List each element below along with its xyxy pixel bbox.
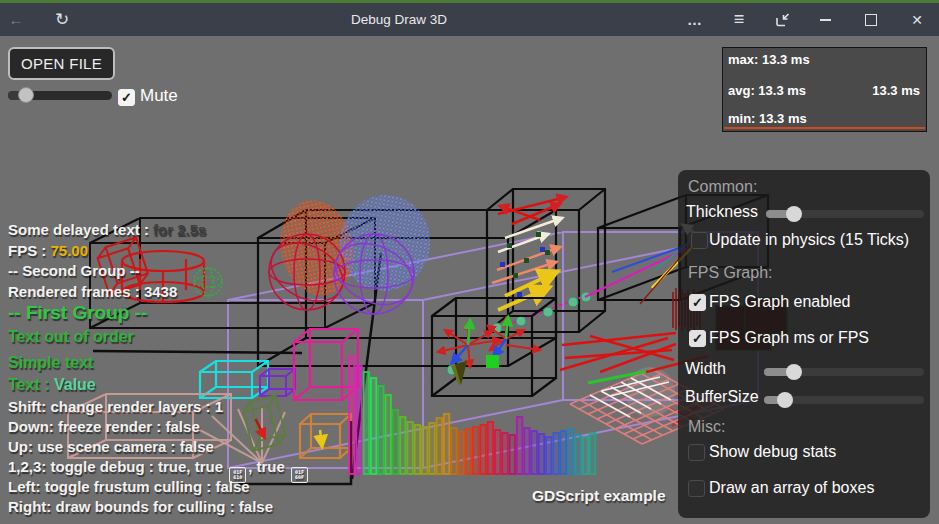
thickness-slider[interactable] (766, 210, 924, 218)
overlay-rendered-frames: Rendered frames : 3438 (8, 283, 177, 300)
overlay-text-value: Text : Value (8, 376, 96, 394)
pip-icon (775, 12, 791, 27)
fps-graph-line (724, 127, 925, 129)
yellow-arrow-small (320, 430, 322, 446)
back-icon: ← (9, 11, 24, 28)
pip-button[interactable] (767, 3, 799, 36)
overlay-right: Right: draw bounds for culling : false (8, 498, 273, 515)
wire-box-purple (260, 369, 295, 396)
fps-enabled-checkbox[interactable]: ✓ (689, 294, 706, 311)
minimize-icon (820, 19, 831, 21)
misc-header: Misc: (688, 418, 725, 436)
menu-icon: ≡ (734, 9, 745, 30)
cubes-darkgreen (507, 232, 550, 278)
spheres-seafoam (447, 292, 591, 375)
wire-box-spheres (258, 210, 556, 366)
gdscript-example-label: GDScript example (532, 487, 666, 505)
mute-label[interactable]: Mute (140, 86, 178, 106)
faint-sphere (625, 367, 675, 417)
boxes-checkbox[interactable]: ✓ (688, 480, 705, 497)
grid-white-lines (590, 377, 671, 417)
more-icon: … (687, 11, 703, 28)
green-square (486, 355, 499, 368)
wire-sphere-green-dotted (194, 268, 222, 296)
width-slider[interactable] (764, 368, 924, 376)
stats-checkbox[interactable]: ✓ (688, 444, 705, 461)
wire-box-cyan (200, 361, 268, 398)
fps-enabled-label[interactable]: FPS Graph enabled (709, 293, 850, 311)
minimize-button[interactable] (809, 3, 841, 36)
cubes-blue (500, 247, 545, 297)
physics-label[interactable]: Update in physics (15 Ticks) (709, 231, 909, 249)
maximize-icon (865, 14, 877, 26)
wire-sphere-purple (326, 232, 422, 317)
buffersize-slider-thumb[interactable] (777, 392, 793, 408)
more-button[interactable]: … (679, 3, 711, 36)
wire-box-gizmos (432, 298, 556, 396)
fps-ms-checkbox[interactable]: ✓ (689, 330, 706, 347)
maximize-button[interactable] (855, 3, 887, 36)
window-titlebar: ← ↻ Debug Draw 3D … ≡ ✕ (0, 3, 939, 36)
thickness-slider-thumb[interactable] (786, 206, 802, 222)
green-line (588, 371, 648, 383)
gizmo-arrows-1 (438, 320, 500, 367)
buffersize-label: BufferSize (685, 388, 759, 406)
overlay-simple-text: Simple text (8, 354, 93, 372)
point-cloud-orange (272, 194, 362, 303)
width-label: Width (685, 360, 726, 378)
arrows-red (498, 197, 566, 224)
buffersize-slider[interactable] (764, 396, 924, 404)
overlay-fps: FPS : 75.00 (8, 242, 88, 259)
back-button[interactable]: ← (0, 3, 32, 36)
missing-glyph-icon: 01F60F (291, 467, 308, 483)
wire-box-olive (242, 396, 288, 451)
width-slider-thumb[interactable] (786, 364, 802, 380)
mute-checkbox[interactable]: ✓ (118, 89, 135, 106)
red-crossing-lines (560, 333, 676, 372)
gizmo-arrows-2 (488, 317, 540, 356)
wire-box-tall (487, 189, 605, 332)
close-icon: ✕ (911, 12, 923, 28)
wire-sphere-crimson (261, 231, 353, 313)
fps-max-value: max: 13.3 ms (728, 52, 810, 67)
overlay-out-of-order: Text out of order (8, 328, 134, 346)
refresh-icon: ↻ (55, 9, 69, 30)
thickness-label: Thickness (686, 203, 758, 221)
wire-box-orange (300, 414, 351, 458)
window-title: Debug Draw 3D (351, 12, 447, 27)
physics-checkbox[interactable]: ✓ (691, 232, 708, 249)
stats-label[interactable]: Show debug stats (709, 443, 836, 461)
overlay-delayed-text: Some delayed text : for 2.5s (8, 221, 206, 238)
check-icon: ✓ (692, 332, 703, 345)
fps-graph-panel: max: 13.3 ms avg: 13.3 ms 13.3 ms min: 1… (722, 47, 927, 132)
point-cloud-blue (332, 188, 437, 298)
wire-box-magenta (294, 329, 358, 400)
settings-panel: Common: Thickness ✓ Update in physics (1… (678, 170, 930, 518)
check-icon: ✓ (692, 296, 703, 309)
refresh-button[interactable]: ↻ (46, 3, 78, 36)
fps-graph-header: FPS Graph: (688, 264, 772, 282)
overlay-shift: Shift: change render layers : 1 (8, 398, 223, 415)
red-arrow-small (256, 418, 265, 438)
rainbow-bars (349, 356, 595, 474)
close-button[interactable]: ✕ (901, 3, 933, 36)
line-magenta-dashed (493, 296, 585, 330)
olive-cone (451, 361, 467, 386)
menu-button[interactable]: ≡ (723, 3, 755, 36)
overlay-up: Up: use scene camera : false (8, 438, 214, 455)
overlay-down: Down: freeze render : false (8, 418, 200, 435)
volume-slider[interactable] (8, 91, 112, 100)
overlay-second-group: -- Second Group -- (8, 262, 140, 279)
arrows-cream (498, 218, 562, 252)
overlay-first-group: -- First Group -- (8, 302, 147, 324)
fps-current-value: 13.3 ms (872, 83, 920, 98)
boxes-label[interactable]: Draw an array of boxes (709, 479, 874, 497)
volume-slider-thumb[interactable] (18, 87, 34, 103)
arrows-yellow (498, 272, 556, 310)
open-file-button[interactable]: OPEN FILE (8, 47, 115, 80)
common-header: Common: (688, 178, 757, 196)
fps-avg-value: avg: 13.3 ms (728, 83, 806, 98)
fps-ms-label[interactable]: FPS Graph ms or FPS (709, 329, 869, 347)
check-icon: ✓ (121, 91, 132, 104)
overlay-left: Left: toggle frustum culling : false (8, 478, 250, 495)
